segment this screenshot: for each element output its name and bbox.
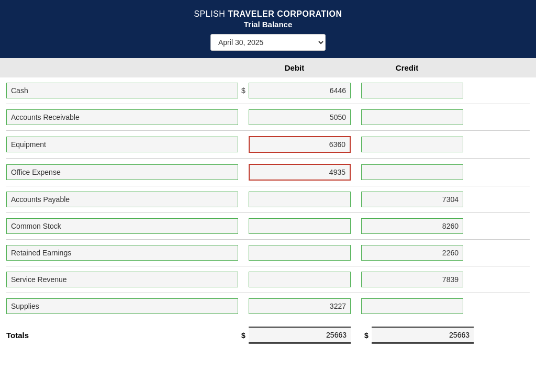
debit-input[interactable]	[249, 245, 351, 261]
totals-debit-field	[249, 327, 351, 344]
totals-dollar-sign-credit: $	[361, 331, 372, 340]
account-name-input[interactable]	[6, 109, 238, 125]
account-name-input[interactable]	[6, 137, 238, 152]
totals-credit-input[interactable]	[372, 327, 474, 344]
table-row	[0, 240, 536, 266]
page-header: SPLISH TRAVELER CORPORATION Trial Balanc…	[0, 0, 536, 58]
report-title: Trial Balance	[5, 20, 531, 29]
credit-input[interactable]	[361, 137, 463, 152]
table-row	[0, 293, 536, 319]
totals-dollar-sign-debit: $	[238, 331, 249, 340]
company-name: SPLISH TRAVELER CORPORATION	[5, 9, 531, 19]
credit-input[interactable]	[361, 218, 463, 234]
account-name-input[interactable]	[6, 218, 238, 234]
totals-debit-input[interactable]	[249, 327, 351, 344]
debit-input[interactable]	[249, 298, 351, 314]
credit-input[interactable]	[361, 272, 463, 287]
account-name-input[interactable]	[6, 192, 238, 207]
debit-input[interactable]	[249, 272, 351, 287]
debit-dollar-sign: $	[238, 86, 249, 95]
credit-input[interactable]	[361, 192, 463, 207]
totals-label: Totals	[6, 331, 238, 340]
table-row	[0, 213, 536, 239]
credit-column-header: Credit	[351, 63, 463, 72]
debit-input[interactable]	[249, 109, 351, 125]
credit-input[interactable]	[361, 164, 463, 180]
table-row	[0, 131, 536, 158]
debit-input[interactable]	[249, 83, 351, 98]
account-name-input[interactable]	[6, 245, 238, 261]
table-row	[0, 186, 536, 212]
column-headers: Debit Credit	[0, 58, 536, 77]
credit-input[interactable]	[361, 83, 463, 98]
date-selector[interactable]: April 30, 2025	[210, 34, 326, 51]
totals-credit-field	[372, 327, 474, 344]
table-row	[0, 159, 536, 186]
credit-input[interactable]	[361, 109, 463, 125]
table-row	[0, 266, 536, 293]
account-name-input[interactable]	[6, 298, 238, 314]
debit-input[interactable]	[249, 136, 351, 153]
debit-input[interactable]	[249, 218, 351, 234]
debit-input[interactable]	[249, 192, 351, 207]
table-row: $	[0, 77, 536, 104]
debit-column-header: Debit	[238, 63, 351, 72]
trial-balance-rows: $	[0, 77, 536, 319]
account-name-input[interactable]	[6, 272, 238, 287]
account-name-input[interactable]	[6, 164, 238, 180]
debit-input[interactable]	[249, 164, 351, 181]
account-name-input[interactable]	[6, 83, 238, 98]
credit-input[interactable]	[361, 245, 463, 261]
credit-input[interactable]	[361, 298, 463, 314]
totals-row: Totals $ $	[0, 321, 536, 349]
table-row	[0, 104, 536, 130]
